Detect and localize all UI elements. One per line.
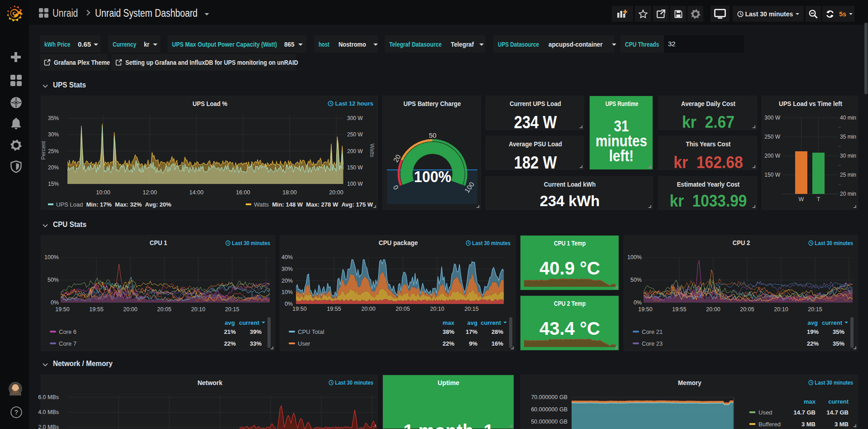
svg-text:?: ?	[14, 409, 19, 416]
